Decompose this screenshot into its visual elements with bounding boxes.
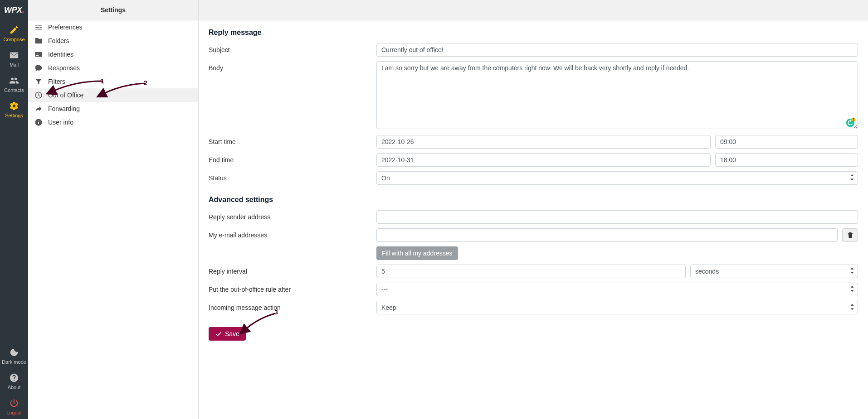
interval-unit-select[interactable]: seconds	[690, 265, 858, 278]
settings-item-user-info[interactable]: User info	[28, 116, 198, 129]
end-time-input[interactable]	[715, 153, 858, 167]
body-textarea[interactable]: I am so sorry but we are away from the c…	[376, 61, 858, 129]
settings-title: Settings	[101, 6, 126, 14]
start-time-input[interactable]	[715, 135, 858, 149]
funnel-icon	[34, 77, 43, 86]
settings-item-label: Preferences	[48, 24, 82, 31]
start-time-label: Start time	[209, 135, 376, 145]
moon-icon	[9, 347, 19, 357]
settings-item-label: Responses	[48, 64, 80, 72]
people-icon	[9, 76, 19, 86]
my-emails-input[interactable]	[376, 228, 838, 242]
settings-item-label: Filters	[48, 78, 65, 85]
settings-column: Settings Preferences Folders Identities …	[28, 0, 199, 419]
settings-item-label: Forwarding	[48, 105, 80, 112]
reply-heading: Reply message	[209, 29, 858, 37]
status-label: Status	[209, 171, 376, 182]
share-icon	[34, 105, 43, 113]
grammarly-badge[interactable]: 2	[845, 118, 855, 128]
end-date-input[interactable]	[376, 153, 711, 167]
my-emails-label: My e-mail addresses	[209, 228, 376, 239]
settings-item-preferences[interactable]: Preferences	[28, 20, 198, 34]
info-icon	[34, 118, 43, 126]
compose-icon	[9, 25, 19, 35]
reply-section: Reply message Subject Body I am so sorry…	[209, 29, 858, 185]
nav-mail-label: Mail	[10, 62, 19, 67]
reply-interval-input[interactable]	[376, 265, 686, 278]
advanced-heading: Advanced settings	[209, 196, 858, 204]
nav-darkmode-label: Dark mode	[2, 359, 26, 365]
status-select[interactable]: On	[376, 171, 858, 185]
subject-label: Subject	[209, 43, 376, 53]
reply-sender-label: Reply sender address	[209, 210, 376, 221]
nav-rail: WPX. Compose Mail Contacts Settings Dark…	[0, 0, 28, 419]
delete-email-button[interactable]	[842, 228, 858, 242]
end-time-label: End time	[209, 153, 376, 164]
advanced-section: Advanced settings Reply sender address M…	[209, 196, 858, 341]
nav-settings[interactable]: Settings	[0, 96, 28, 122]
save-button-label: Save	[225, 330, 239, 337]
settings-header: Settings	[28, 0, 198, 20]
chat-icon	[34, 64, 43, 72]
nav-logout[interactable]: Logout	[0, 394, 28, 419]
nav-about[interactable]: About	[0, 368, 28, 394]
start-date-input[interactable]	[376, 135, 711, 149]
app-logo: WPX.	[0, 0, 28, 20]
idcard-icon	[34, 50, 43, 58]
main-header	[199, 0, 868, 20]
fill-all-label: Fill with all my addresses	[382, 250, 453, 257]
gear-icon	[9, 101, 19, 111]
nav-logout-label: Logout	[6, 410, 22, 415]
nav-mail[interactable]: Mail	[0, 46, 28, 71]
reply-sender-input[interactable]	[376, 210, 858, 224]
incoming-action-select[interactable]: Keep	[376, 301, 858, 314]
trash-icon	[847, 231, 854, 239]
subject-input[interactable]	[376, 43, 858, 57]
sliders-icon	[34, 23, 43, 31]
settings-item-label: Identities	[48, 51, 73, 58]
settings-item-folders[interactable]: Folders	[28, 34, 198, 48]
nav-settings-label: Settings	[5, 113, 23, 118]
check-icon	[215, 330, 222, 337]
body-label: Body	[209, 61, 376, 72]
settings-item-identities[interactable]: Identities	[28, 48, 198, 61]
power-icon	[9, 398, 19, 408]
settings-item-label: Out of Office	[48, 92, 83, 99]
nav-darkmode[interactable]: Dark mode	[0, 343, 28, 368]
envelope-icon	[9, 50, 19, 60]
save-button[interactable]: Save	[209, 327, 246, 341]
settings-item-forwarding[interactable]: Forwarding	[28, 102, 198, 116]
folder-icon	[34, 37, 43, 45]
nav-compose-label: Compose	[3, 37, 24, 42]
main-panel: Reply message Subject Body I am so sorry…	[199, 0, 868, 419]
nav-compose[interactable]: Compose	[0, 20, 28, 46]
question-icon	[9, 373, 19, 383]
svg-text:2: 2	[853, 118, 855, 121]
clock-icon	[34, 91, 43, 99]
nav-contacts-label: Contacts	[4, 87, 24, 93]
nav-about-label: About	[8, 385, 21, 390]
settings-item-out-of-office[interactable]: Out of Office	[28, 88, 198, 102]
incoming-action-label: Incoming message action	[209, 301, 376, 311]
settings-item-filters[interactable]: Filters	[28, 75, 198, 88]
settings-item-label: Folders	[48, 37, 69, 44]
fill-all-addresses-button[interactable]: Fill with all my addresses	[376, 246, 458, 260]
nav-contacts[interactable]: Contacts	[0, 71, 28, 96]
settings-item-responses[interactable]: Responses	[28, 61, 198, 75]
rule-after-select[interactable]: ---	[376, 283, 858, 296]
out-of-office-form: Reply message Subject Body I am so sorry…	[199, 20, 868, 419]
settings-list: Preferences Folders Identities Responses…	[28, 20, 198, 419]
rule-after-label: Put the out-of-office rule after	[209, 283, 376, 293]
reply-interval-label: Reply interval	[209, 265, 376, 275]
settings-item-label: User info	[48, 119, 73, 126]
